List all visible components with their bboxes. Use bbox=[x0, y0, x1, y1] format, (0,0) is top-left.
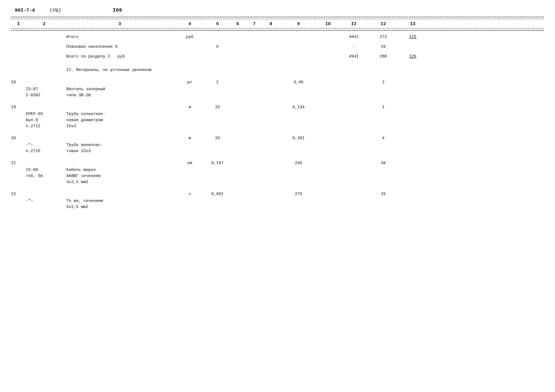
data-row-22: 22 -"– То же, сечением 5х2,5 мм2 « 0,09I… bbox=[11, 188, 544, 213]
row19-unit: м bbox=[173, 105, 206, 110]
s2-c11: - bbox=[339, 44, 369, 49]
s2-c3: Плановые накопления % bbox=[63, 44, 173, 49]
s2-c5: 6 bbox=[206, 44, 228, 49]
row19-c12: I bbox=[369, 105, 398, 110]
s2-c12: I6 bbox=[369, 44, 398, 49]
row20-c12: 4 bbox=[369, 136, 398, 141]
col-header-10: IO bbox=[317, 21, 339, 26]
row20-qty: IO bbox=[206, 136, 228, 141]
col-header-8: 8 bbox=[262, 21, 280, 26]
row18-c12: 2 bbox=[369, 80, 398, 85]
s1-c3: Итого bbox=[63, 35, 173, 39]
s1-c13: I25 bbox=[398, 35, 427, 39]
row22-desc: То же, сечением 5х2,5 мм2 bbox=[63, 192, 173, 210]
row19-desc: Труба полиатиле- новая диаметром IOx2 bbox=[63, 105, 173, 129]
summary-row-planovye: Плановые накопления % 6 - I6 bbox=[11, 42, 544, 52]
s3-c3: Всего по разделу I руб bbox=[63, 54, 173, 59]
row20-num: 20 bbox=[11, 136, 26, 141]
summary-row-vsego: Всего по разделу I руб 494I 288 I25 bbox=[11, 52, 544, 61]
row21-c9: 245 bbox=[280, 161, 317, 165]
row19-num: I9 bbox=[11, 105, 26, 110]
row20-desc: Труба виниплас- товая 32х3 bbox=[63, 136, 173, 154]
col-header-4: 4 bbox=[173, 21, 206, 26]
col-header-6: 6 bbox=[228, 21, 247, 26]
s3-c12: 288 bbox=[369, 54, 398, 59]
data-row-18: I8 23-07 I-0392 Вентиль запорный типа 3В… bbox=[11, 77, 544, 102]
col-header-12: I2 bbox=[369, 21, 398, 26]
row18-qty: 2 bbox=[206, 80, 228, 85]
section-title: II. Материалы, не учтенные ценником bbox=[11, 61, 544, 77]
top-divider bbox=[11, 17, 544, 17]
col-header-5: 5 bbox=[206, 21, 228, 26]
row18-unit: шт bbox=[173, 80, 206, 85]
s3-c11: 494I bbox=[339, 54, 369, 59]
row22-qty: 0,09I bbox=[206, 192, 228, 196]
header-center: (УШ) bbox=[50, 7, 61, 13]
col-header-2: 2 bbox=[26, 21, 63, 26]
column-header-row: I 2 3 4 5 6 7 8 9 IO II I2 I3 bbox=[11, 19, 544, 29]
s1-c11: 494I bbox=[339, 35, 369, 39]
row22-c12: 25 bbox=[369, 192, 398, 196]
row21-num: 2I bbox=[11, 161, 26, 165]
row22-unit: « bbox=[173, 192, 206, 196]
row18-code: 23-07 I-0392 bbox=[26, 80, 63, 98]
row19-qty: IO bbox=[206, 105, 228, 110]
row18-c9: 0,98 bbox=[280, 80, 317, 85]
row20-code: -"– п.2725 bbox=[26, 136, 63, 154]
row21-qty: 0,I97 bbox=[206, 161, 228, 165]
row20-unit: м bbox=[173, 136, 206, 141]
col-header-3: 3 bbox=[63, 21, 173, 26]
s1-c12: 272 bbox=[369, 35, 398, 39]
col-header-7: 7 bbox=[247, 21, 262, 26]
row22-c9: 275 bbox=[280, 192, 317, 196]
row21-code: I5-09 тнб. 56 bbox=[26, 161, 63, 179]
col-header-9: 9 bbox=[280, 21, 317, 26]
header-page-number: I69 bbox=[113, 7, 122, 13]
col-header-1: I bbox=[11, 21, 26, 26]
row18-num: I8 bbox=[11, 80, 26, 85]
data-row-19: I9 ЕРЕР-69 вып.8 п.27I2 Труба полиатиле-… bbox=[11, 102, 544, 133]
s3-c13: I25 bbox=[398, 54, 427, 59]
row22-code: -"– bbox=[26, 192, 63, 204]
row21-c12: 48 bbox=[369, 161, 398, 165]
summary-row-itogo: Итого руб 494I 272 I25 bbox=[11, 32, 544, 42]
row20-c9: 0,38I bbox=[280, 136, 317, 141]
data-row-20: 20 -"– п.2725 Труба виниплас- товая 32х3… bbox=[11, 133, 544, 157]
col-header-11: II bbox=[339, 21, 369, 26]
page-header: 90I-7-4 (УШ) I69 bbox=[11, 7, 544, 13]
header-code: 90I-7-4 bbox=[15, 7, 35, 13]
header-bottom-divider bbox=[11, 30, 544, 31]
data-row-21: 2I I5-09 тнб. 56 Кабель марки АКВВГ сече… bbox=[11, 157, 544, 188]
col-header-13: I3 bbox=[398, 21, 427, 26]
s1-c4: руб bbox=[173, 35, 206, 39]
row21-desc: Кабель марки АКВВГ сечением 4х2,5 мм2 bbox=[63, 161, 173, 185]
row19-c9: 0,I34 bbox=[280, 105, 317, 110]
row18-desc: Вентиль запорный типа 3В-2Ш bbox=[63, 80, 173, 98]
row22-num: 22 bbox=[11, 192, 26, 196]
row19-code: ЕРЕР-69 вып.8 п.27I2 bbox=[26, 105, 63, 129]
row21-unit: км bbox=[173, 161, 206, 165]
